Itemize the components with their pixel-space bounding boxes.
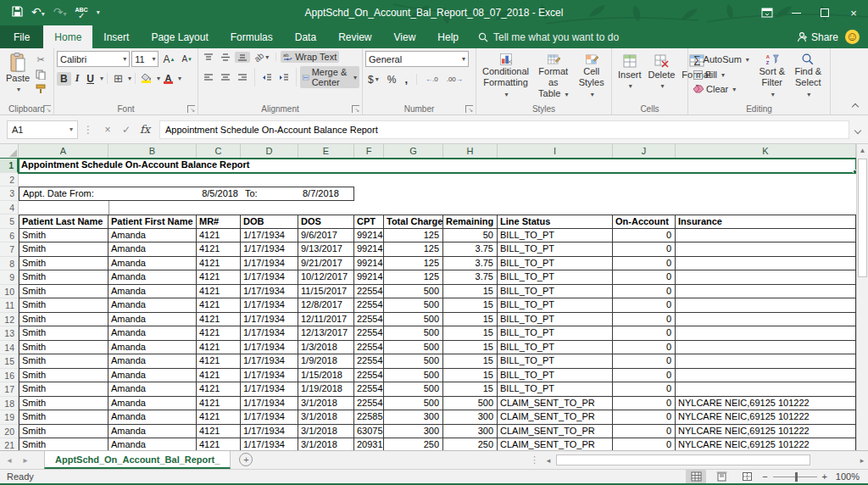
- cell-r19-c4[interactable]: 3/1/2018: [298, 410, 354, 425]
- cell-r18-c5[interactable]: 22554: [354, 397, 384, 411]
- cell-r6-c10[interactable]: [676, 229, 856, 243]
- cut-icon[interactable]: ✂: [33, 53, 48, 66]
- cell-r7-c4[interactable]: 9/13/2017: [298, 242, 354, 257]
- cell-r7-c2[interactable]: 4121: [197, 242, 241, 257]
- cell-r14-c4[interactable]: 1/3/2018: [298, 341, 354, 355]
- row-header-13[interactable]: 13: [0, 326, 19, 341]
- tab-data[interactable]: Data: [284, 25, 327, 48]
- cell-r19-c9[interactable]: 0: [613, 410, 676, 425]
- name-box[interactable]: A1▾: [7, 120, 78, 139]
- column-header-E[interactable]: E: [298, 144, 354, 159]
- cell-r19-c5[interactable]: 22585: [354, 410, 384, 425]
- feedback-smiley-icon[interactable]: ☺: [845, 30, 860, 44]
- cell-header-9[interactable]: On-Account: [613, 215, 676, 229]
- percent-button[interactable]: %: [385, 73, 399, 86]
- cell-r8-c1[interactable]: Amanda: [108, 257, 197, 271]
- page-layout-view-icon[interactable]: [711, 470, 732, 483]
- cell-r12-c3[interactable]: 1/17/1934: [241, 313, 298, 327]
- row-header-21[interactable]: 21: [0, 438, 19, 450]
- tab-file[interactable]: File: [0, 25, 43, 48]
- cell-r7-c6[interactable]: 125: [384, 242, 443, 257]
- cell-r11-c7[interactable]: 15: [443, 298, 498, 313]
- cell-r10-c1[interactable]: Amanda: [108, 285, 197, 299]
- format-as-table-button[interactable]: Format as Table ▾: [532, 51, 574, 102]
- expand-formula-bar-icon[interactable]: [849, 125, 866, 135]
- zoom-slider[interactable]: [773, 477, 817, 477]
- next-sheet-icon[interactable]: ▸: [19, 451, 32, 469]
- cell-r13-c7[interactable]: 15: [443, 326, 498, 341]
- minimize-button[interactable]: [782, 0, 810, 25]
- align-left-button[interactable]: [201, 72, 216, 83]
- cell-header-0[interactable]: Patient Last Name: [19, 215, 108, 229]
- cell-r15-c0[interactable]: Smith: [19, 354, 108, 369]
- cell-r20-c3[interactable]: 1/17/1934: [241, 425, 298, 439]
- cell-r9-c9[interactable]: 0: [613, 270, 676, 285]
- row-header-6[interactable]: 6: [0, 229, 19, 243]
- cell-r15-c3[interactable]: 1/17/1934: [241, 354, 298, 369]
- row-header-1[interactable]: 1: [0, 159, 19, 173]
- cell-r18-c1[interactable]: Amanda: [108, 397, 197, 411]
- cell-r15-c10[interactable]: [676, 354, 856, 369]
- cell-r18-c6[interactable]: 500: [384, 397, 443, 411]
- decrease-decimal-button[interactable]: .00→: [444, 75, 465, 84]
- cell-r14-c7[interactable]: 15: [443, 341, 498, 355]
- cell-r7-c9[interactable]: 0: [613, 242, 676, 257]
- cell-r6-c2[interactable]: 4121: [197, 229, 241, 243]
- cell-r16-c4[interactable]: 1/15/2018: [298, 369, 354, 383]
- cell-r10-c7[interactable]: 15: [443, 285, 498, 299]
- borders-dropdown[interactable]: ▾: [128, 75, 131, 82]
- cell-r17-c0[interactable]: Smith: [19, 382, 108, 397]
- cell-r11-c2[interactable]: 4121: [197, 298, 241, 313]
- column-header-K[interactable]: K: [676, 144, 856, 159]
- font-color-dropdown[interactable]: ▾: [178, 75, 181, 82]
- cell-r8-c0[interactable]: Smith: [19, 257, 108, 271]
- increase-decimal-button[interactable]: ←.0: [423, 75, 441, 84]
- grow-font-button[interactable]: A▲: [160, 53, 177, 66]
- tell-me-box[interactable]: Tell me what you want to do: [478, 25, 619, 48]
- underline-dropdown[interactable]: ▾: [100, 75, 103, 82]
- middle-align-button[interactable]: [218, 52, 233, 63]
- cell-header-1[interactable]: Patient First Name: [108, 215, 197, 229]
- cell-r9-c1[interactable]: Amanda: [108, 270, 197, 285]
- cell-r7-c5[interactable]: 99214: [354, 242, 384, 257]
- cell-r19-c3[interactable]: 1/17/1934: [241, 410, 298, 425]
- cell-r19-c6[interactable]: 300: [384, 410, 443, 425]
- zoom-out-icon[interactable]: −: [762, 471, 767, 482]
- formula-input[interactable]: Appointment Schedule On-Account Balance …: [159, 120, 849, 139]
- cell-r20-c1[interactable]: Amanda: [108, 425, 197, 439]
- horizontal-scroll-thumb[interactable]: [556, 454, 810, 465]
- clipboard-dialog-launcher-icon[interactable]: ↘: [43, 105, 51, 113]
- cell-r17-c2[interactable]: 4121: [197, 382, 241, 397]
- delete-cells-button[interactable]: Delete ▾: [645, 51, 679, 102]
- cell-r13-c2[interactable]: 4121: [197, 326, 241, 341]
- cell-r10-c4[interactable]: 11/15/2017: [298, 285, 354, 299]
- row-header-20[interactable]: 20: [0, 425, 19, 439]
- cell-r11-c1[interactable]: Amanda: [108, 298, 197, 313]
- maximize-button[interactable]: [810, 0, 839, 25]
- cell-r20-c6[interactable]: 300: [384, 425, 443, 439]
- tab-formulas[interactable]: Formulas: [220, 25, 284, 48]
- cell-r7-c7[interactable]: 3.75: [443, 242, 498, 257]
- cell-r21-c8[interactable]: CLAIM_SENT_TO_PR: [498, 438, 613, 450]
- cell-r13-c5[interactable]: 22554: [354, 326, 384, 341]
- find-select-button[interactable]: Find & Select ▾: [789, 51, 827, 102]
- row-header-3[interactable]: 3: [0, 187, 19, 201]
- cell-r12-c2[interactable]: 4121: [197, 313, 241, 327]
- column-header-F[interactable]: F: [354, 144, 384, 159]
- cell-r14-c10[interactable]: [676, 341, 856, 355]
- cell-r12-c9[interactable]: 0: [613, 313, 676, 327]
- cell-r15-c8[interactable]: BILL_TO_PT: [498, 354, 613, 369]
- cell-r17-c8[interactable]: BILL_TO_PT: [498, 382, 613, 397]
- cell-r20-c4[interactable]: 3/1/2018: [298, 425, 354, 439]
- normal-view-icon[interactable]: [686, 470, 706, 483]
- cell-r12-c5[interactable]: 22554: [354, 313, 384, 327]
- cell-r8-c3[interactable]: 1/17/1934: [241, 257, 298, 271]
- row-header-2[interactable]: 2: [0, 173, 19, 187]
- decrease-indent-button[interactable]: [259, 72, 275, 83]
- clear-button[interactable]: Clear▾: [691, 83, 755, 95]
- cell-r11-c10[interactable]: [676, 298, 856, 313]
- cell-r15-c6[interactable]: 500: [384, 354, 443, 369]
- comma-button[interactable]: ,: [402, 72, 410, 86]
- cell-r20-c5[interactable]: 63075: [354, 425, 384, 439]
- cell-r6-c9[interactable]: 0: [613, 229, 676, 243]
